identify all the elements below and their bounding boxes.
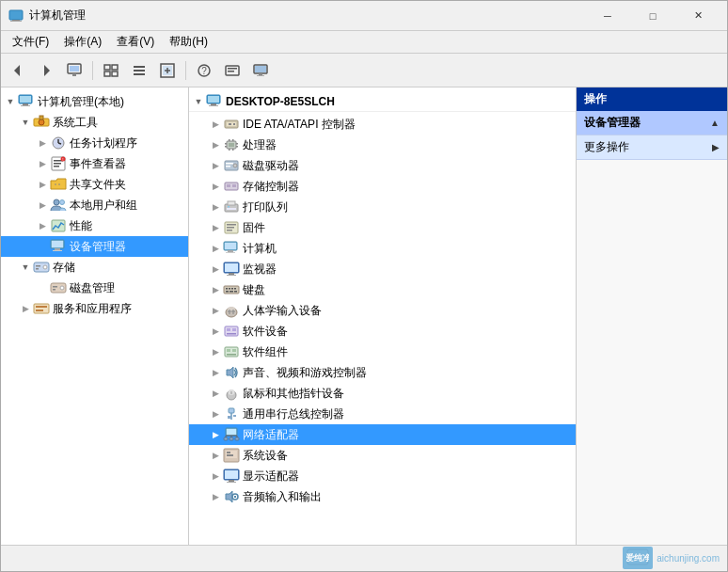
monitor-icon: [223, 262, 240, 277]
ide-toggle[interactable]: ▶: [208, 114, 223, 135]
event-toggle[interactable]: ▶: [35, 153, 50, 174]
device-hid[interactable]: ▶ 人体学输入设备: [189, 300, 576, 321]
minimize-button[interactable]: ─: [586, 1, 629, 31]
task-toggle[interactable]: ▶: [35, 133, 50, 153]
device-system[interactable]: ▶ 系统设备: [189, 445, 576, 466]
device-firmware[interactable]: ▶ 固件: [189, 217, 576, 238]
device-computer[interactable]: ▶ 计算机: [189, 238, 576, 259]
device-ide-ata[interactable]: ▶ IDE ATA/ATAPI 控制器: [189, 114, 576, 135]
up-button[interactable]: [61, 58, 87, 83]
audioio-toggle[interactable]: ▶: [208, 486, 223, 507]
action-device-manager-label: 设备管理器: [584, 115, 641, 131]
menu-bar: 文件(F) 操作(A) 查看(V) 帮助(H): [1, 31, 727, 54]
device-audio-video[interactable]: ▶ 声音、视频和游戏控制器: [189, 362, 576, 383]
svg-point-33: [39, 119, 44, 125]
tree-performance[interactable]: ▶ 性能: [1, 215, 188, 236]
monitor-toggle[interactable]: ▶: [208, 259, 223, 279]
menu-view[interactable]: 查看(V): [109, 32, 162, 52]
storage-ctrl-icon: [223, 179, 240, 194]
tree-task-scheduler[interactable]: ▶ 任务计划程序: [1, 133, 188, 153]
svg-rect-22: [228, 68, 237, 70]
diskdrv-toggle[interactable]: ▶: [208, 155, 223, 176]
disk-management-label: 磁盘管理: [70, 280, 115, 296]
svg-rect-2: [10, 21, 22, 22]
list-button[interactable]: [126, 58, 152, 83]
device-print-queue[interactable]: ▶ 打印队列: [189, 197, 576, 217]
tree-root[interactable]: ▼ 计算机管理(本地): [1, 91, 188, 112]
forward-button[interactable]: [33, 58, 59, 83]
users-toggle[interactable]: ▶: [35, 195, 50, 215]
expand-button[interactable]: [154, 58, 181, 83]
sysdev-toggle[interactable]: ▶: [208, 445, 223, 466]
toggle-button[interactable]: [98, 58, 124, 83]
mouse-toggle[interactable]: ▶: [208, 383, 223, 404]
tree-system-tools[interactable]: ▼ 系统工具: [1, 112, 188, 133]
menu-action[interactable]: 操作(A): [56, 32, 109, 52]
display-icon: [223, 469, 240, 484]
root-toggle[interactable]: ▼: [3, 91, 18, 112]
softcomp-toggle[interactable]: ▶: [208, 342, 223, 362]
middle-header-toggle[interactable]: ▼: [191, 91, 206, 112]
action-device-manager[interactable]: 设备管理器 ▲: [577, 111, 727, 135]
middle-panel: ▼ DESKTOP-8E5SLCH ▶: [189, 87, 577, 545]
shared-toggle[interactable]: ▶: [35, 174, 50, 195]
tree-device-manager[interactable]: 设备管理器: [1, 236, 188, 257]
audio-toggle[interactable]: ▶: [208, 362, 223, 383]
tree-shared-folders[interactable]: ▶ 共享文件夹: [1, 174, 188, 195]
tree-disk-management[interactable]: 磁盘管理: [1, 278, 188, 298]
device-network[interactable]: ▶ 网络适配器: [189, 424, 576, 445]
device-storage-ctrl[interactable]: ▶ 存储控制器: [189, 176, 576, 197]
watermark-box: 爱纯净: [623, 547, 653, 569]
storagectrl-toggle[interactable]: ▶: [208, 176, 223, 197]
device-software-comp[interactable]: ▶ 软件组件: [189, 342, 576, 362]
monitor-button[interactable]: [247, 58, 274, 83]
tree-event-viewer[interactable]: ▶ ! 事件查看器: [1, 153, 188, 174]
tree-local-users[interactable]: ▶ 本地用户和组: [1, 195, 188, 215]
hid-toggle[interactable]: ▶: [208, 300, 223, 321]
print-toggle[interactable]: ▶: [208, 197, 223, 217]
properties-button[interactable]: [219, 58, 245, 83]
keyboard-toggle[interactable]: ▶: [208, 279, 223, 300]
svg-point-45: [54, 199, 59, 205]
devmgr-toggle[interactable]: [35, 236, 50, 257]
svg-rect-107: [231, 288, 233, 290]
desktop-icon: [206, 94, 223, 109]
device-monitor[interactable]: ▶ 监视器: [189, 259, 576, 279]
storage-toggle[interactable]: ▼: [18, 257, 33, 278]
close-button[interactable]: ✕: [676, 1, 720, 31]
menu-help[interactable]: 帮助(H): [162, 32, 215, 52]
proc-toggle[interactable]: ▶: [208, 135, 223, 155]
disk-toggle[interactable]: [35, 278, 50, 298]
tree-services[interactable]: ▶ 服务和应用程序: [1, 298, 188, 319]
svg-rect-9: [112, 65, 118, 70]
device-disk-drives[interactable]: ▶ 磁盘驱动器: [189, 155, 576, 176]
svg-rect-145: [227, 454, 233, 456]
help-button[interactable]: ?: [191, 58, 217, 83]
svg-rect-86: [227, 184, 230, 187]
svg-rect-89: [228, 201, 235, 205]
network-toggle[interactable]: ▶: [208, 424, 223, 445]
tree-storage[interactable]: ▼ 存储: [1, 257, 188, 278]
computer-dev-toggle[interactable]: ▶: [208, 238, 223, 259]
system-tools-toggle[interactable]: ▼: [18, 112, 33, 133]
device-com-lpt[interactable]: ▶ 通用串行总线控制器: [189, 404, 576, 424]
perf-toggle[interactable]: ▶: [35, 215, 50, 236]
device-display[interactable]: ▶ 显示适配器: [189, 466, 576, 486]
firmware-toggle[interactable]: ▶: [208, 217, 223, 238]
com-toggle[interactable]: ▶: [208, 404, 223, 424]
services-toggle[interactable]: ▶: [18, 298, 33, 319]
display-toggle[interactable]: ▶: [208, 466, 223, 486]
action-more[interactable]: 更多操作 ▶: [577, 135, 727, 160]
device-software[interactable]: ▶ 软件设备: [189, 321, 576, 342]
device-mouse[interactable]: ▶ 鼠标和其他指针设备: [189, 383, 576, 404]
device-audio-io[interactable]: ▶ 音频输入和输出: [189, 486, 576, 507]
svg-rect-76: [236, 146, 238, 148]
svg-rect-8: [104, 65, 110, 70]
softdev-toggle[interactable]: ▶: [208, 321, 223, 342]
menu-file[interactable]: 文件(F): [5, 32, 56, 52]
maximize-button[interactable]: □: [631, 1, 674, 31]
device-keyboard[interactable]: ▶ 键盘: [189, 279, 576, 300]
svg-rect-0: [9, 10, 23, 20]
back-button[interactable]: [5, 58, 31, 83]
device-processor[interactable]: ▶ 处理器: [189, 135, 576, 155]
